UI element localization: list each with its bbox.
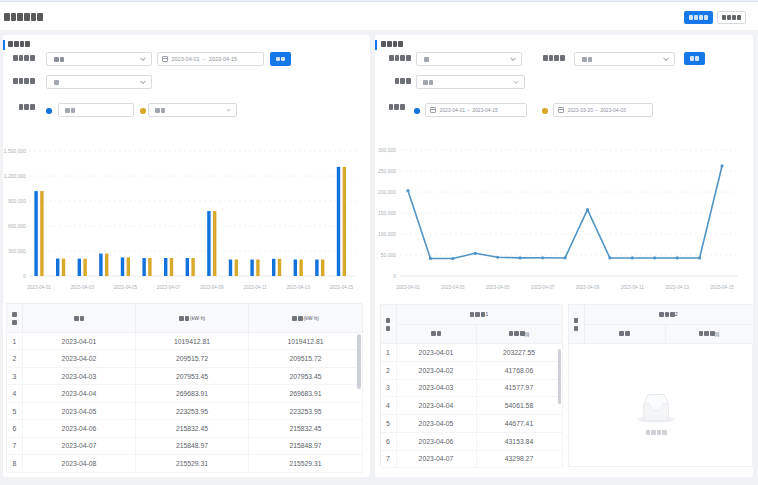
svg-text:2023-04-11: 2023-04-11 bbox=[621, 285, 645, 290]
svg-text:2023-04-13: 2023-04-13 bbox=[286, 285, 310, 290]
svg-text:50,000: 50,000 bbox=[381, 252, 397, 258]
svg-text:2023-04-09: 2023-04-09 bbox=[200, 285, 224, 290]
svg-text:2023-04-03: 2023-04-03 bbox=[441, 285, 465, 290]
svg-text:2023-04-13: 2023-04-13 bbox=[665, 285, 689, 290]
svg-text:300,000: 300,000 bbox=[378, 147, 396, 153]
svg-text:2023-04-05: 2023-04-05 bbox=[114, 285, 138, 290]
svg-text:1,200,000: 1,200,000 bbox=[4, 173, 26, 179]
svg-text:2023-04-15: 2023-04-15 bbox=[710, 285, 734, 290]
svg-text:200,000: 200,000 bbox=[378, 189, 396, 195]
svg-text:300,000: 300,000 bbox=[8, 248, 26, 254]
svg-text:2023-04-07: 2023-04-07 bbox=[531, 285, 555, 290]
svg-text:0: 0 bbox=[393, 273, 396, 279]
svg-text:150,000: 150,000 bbox=[378, 210, 396, 216]
svg-text:2023-04-09: 2023-04-09 bbox=[576, 285, 600, 290]
svg-text:900,000: 900,000 bbox=[8, 198, 26, 204]
svg-text:2023-04-03: 2023-04-03 bbox=[70, 285, 94, 290]
svg-text:2023-04-11: 2023-04-11 bbox=[243, 285, 267, 290]
svg-text:100,000: 100,000 bbox=[378, 231, 396, 237]
svg-text:2023-04-01: 2023-04-01 bbox=[27, 285, 51, 290]
svg-text:600,000: 600,000 bbox=[8, 223, 26, 229]
svg-text:2023-04-07: 2023-04-07 bbox=[157, 285, 181, 290]
svg-text:0: 0 bbox=[23, 273, 26, 279]
svg-text:1,500,000: 1,500,000 bbox=[4, 148, 26, 154]
svg-text:2023-04-05: 2023-04-05 bbox=[486, 285, 510, 290]
svg-text:250,000: 250,000 bbox=[378, 168, 396, 174]
svg-text:2023-04-01: 2023-04-01 bbox=[396, 285, 420, 290]
svg-text:2023-04-15: 2023-04-15 bbox=[330, 285, 354, 290]
